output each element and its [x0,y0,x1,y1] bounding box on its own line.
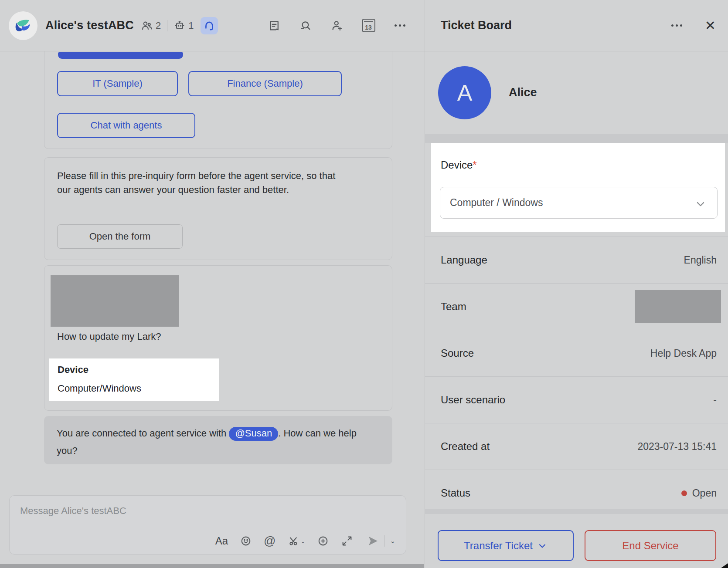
pre-inquiry-text: Please fill in this pre-inquiry form bef… [57,169,347,197]
bot-icon [173,20,186,32]
mouse-cursor [721,563,728,568]
chat-header: Alice's testABC 2 1 [0,0,425,51]
members-icon [141,20,153,32]
device-select-value: Computer / Windows [450,197,543,209]
header-divider [167,20,167,31]
device-label: Device* [441,159,477,171]
help-desk-chip[interactable] [201,17,218,34]
send-options-chevron[interactable]: ⌄ [390,537,395,545]
headset-icon [204,20,215,31]
more-icon[interactable] [392,18,407,33]
chat-title: Alice's testABC [45,19,134,32]
emoji-icon[interactable] [240,534,252,548]
user-question-card: How to update my Lark? Device Computer/W… [44,265,392,411]
expand-icon[interactable] [341,534,353,548]
question-text: How to update my Lark? [57,331,161,342]
transfer-chevron-icon [537,541,548,551]
row-user-scenario: User scenario - [425,376,728,423]
format-icon[interactable]: Aa [215,534,228,548]
device-field-value: Computer/Windows [58,383,141,394]
open-form-button[interactable]: Open the form [57,224,183,249]
composer-placeholder: Message Alice's testABC [20,505,126,517]
section-separator [425,134,728,143]
ticket-board-header: Ticket Board ✕ [425,0,728,51]
row-created-at: Created at 2023-07-13 15:41 [425,423,728,470]
mention-icon[interactable]: @ [264,534,276,548]
pinned-board-icon[interactable] [267,18,282,33]
highlighted-device-info: Device Computer/Windows [49,358,219,401]
row-source: Source Help Desk App [425,330,728,376]
lark-logo [9,11,37,40]
redacted-team-value [635,290,721,323]
chat-panel: Alice's testABC 2 1 [0,0,425,568]
status-badge: Open [692,487,717,499]
end-service-button[interactable]: End Service [585,530,716,561]
bottom-bar [0,564,424,568]
ticket-board-panel: Ticket Board ✕ A Alice Device* Computer … [425,0,728,568]
finance-sample-button[interactable]: Finance (Sample) [188,71,342,96]
message-composer[interactable]: Message Alice's testABC Aa @ ⌄ [9,495,406,554]
panel-title: Ticket Board [441,0,512,51]
chat-with-agents-button[interactable]: Chat with agents [57,113,195,138]
device-select[interactable]: Computer / Windows [440,187,718,219]
device-field-label: Device [58,364,88,375]
panel-more-icon[interactable] [671,24,682,27]
close-icon[interactable]: ✕ [705,18,716,33]
quick-reply-card: IT (Sample) Finance (Sample) Chat with a… [44,51,392,149]
screenshot-icon[interactable]: ⌄ [288,534,306,548]
system-message-before: You are connected to agent service with [57,428,229,439]
transfer-ticket-button[interactable]: Transfer Ticket [438,530,574,561]
calendar-icon[interactable]: 13 [361,18,376,33]
bot-count[interactable]: 1 [173,20,194,32]
pre-inquiry-form-card: Please fill in this pre-inquiry form bef… [44,157,392,260]
requester-section: A Alice [425,51,728,134]
row-language: Language English [425,237,728,283]
search-icon[interactable] [298,18,313,33]
row-team: Team [425,283,728,330]
send-divider [384,535,384,547]
system-message-bubble: You are connected to agent service with … [44,416,392,464]
chevron-down-icon [694,198,707,210]
avatar: A [438,66,491,119]
plus-icon[interactable] [317,534,329,548]
requester-name: Alice [509,51,537,134]
screenshot-options-chevron[interactable]: ⌄ [301,538,306,544]
status-open-dot [681,490,687,496]
send-icon[interactable] [367,534,380,548]
it-sample-button[interactable]: IT (Sample) [57,71,178,96]
device-field-section: Device* Computer / Windows [431,143,725,232]
ticket-fields: Language English Team Source Help Desk A… [425,237,728,516]
redacted-image [51,275,179,327]
member-count[interactable]: 2 [141,20,161,32]
add-member-icon[interactable] [330,18,344,33]
mention-susan[interactable]: @Susan [229,427,278,441]
required-mark: * [473,159,476,171]
actions-separator [425,509,728,514]
